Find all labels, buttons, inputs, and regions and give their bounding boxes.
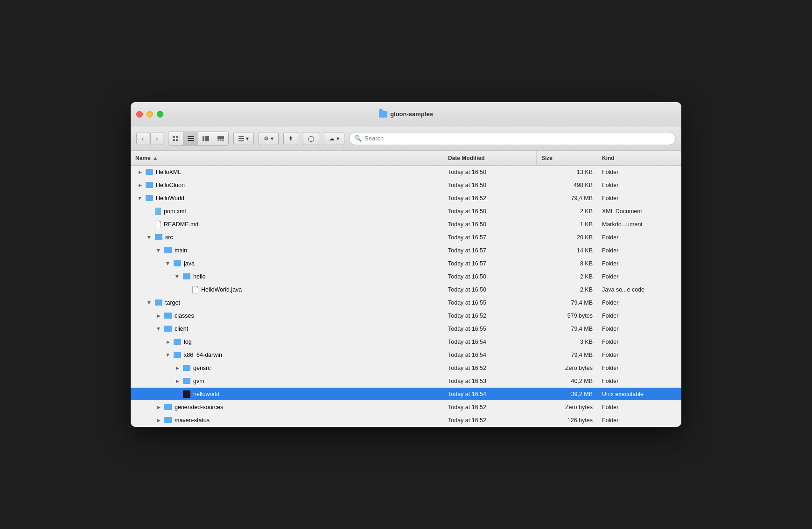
traffic-lights [136,111,163,118]
disclosure-arrow[interactable]: ▶ [175,378,180,384]
action-button[interactable]: ⚙ ▾ [259,132,279,145]
file-kind: Folder [597,247,681,254]
file-name-cell: ▶target [131,299,443,306]
list-view-button[interactable] [183,132,198,145]
file-icon [155,221,161,228]
svg-rect-10 [217,136,224,139]
table-row[interactable]: ▶maven-statusToday at 16:52126 bytesFold… [131,414,681,427]
file-name: src [165,234,173,241]
table-row[interactable]: ▶logToday at 16:543 KBFolder [131,335,681,348]
kind-column-header[interactable]: Kind [597,151,681,165]
maximize-button[interactable] [157,111,163,118]
disclosure-arrow[interactable]: ▶ [165,261,171,266]
name-column-header[interactable]: Name ▲ [131,151,443,165]
table-row[interactable]: ▶srcToday at 16:5720 KBFolder [131,231,681,244]
file-kind: Java so...e code [597,286,681,293]
file-size: 79,4 MB [537,299,597,306]
file-name-cell: ▶gvm [131,378,443,384]
file-name-cell: ▶maven-status [131,417,443,424]
toolbar: ‹ › [131,126,681,151]
disclosure-arrow[interactable]: ▶ [147,235,152,240]
file-date: Today at 16:55 [443,326,537,332]
file-kind: Folder [597,313,681,319]
svg-rect-13 [222,140,224,141]
forward-button[interactable]: › [150,132,163,145]
column-view-button[interactable] [198,132,213,145]
disclosure-arrow[interactable]: ▶ [137,182,143,188]
table-row[interactable]: ▶javaToday at 16:578 KBFolder [131,257,681,270]
disclosure-arrow [175,391,180,397]
gallery-view-button[interactable] [213,132,228,145]
search-input[interactable] [364,135,671,142]
disclosure-arrow[interactable]: ▶ [165,352,171,358]
disclosure-arrow[interactable]: ▶ [156,404,161,410]
file-kind: Markdo...ument [597,221,681,228]
table-row[interactable]: helloworldToday at 16:5439,2 MBUnix exec… [131,388,681,401]
file-size: 39,2 MB [537,391,597,397]
title-folder-icon [379,111,387,118]
file-name-cell: ▶generated-sources [131,404,443,411]
close-button[interactable] [136,111,143,118]
table-row[interactable]: ▶gensrcToday at 16:52Zero bytesFolder [131,362,681,375]
list-view-icon [188,136,194,141]
date-column-header[interactable]: Date Modified [443,151,537,165]
tag-button[interactable]: ◯ [303,132,319,145]
file-size: Zero bytes [537,404,597,411]
minimize-button[interactable] [147,111,153,118]
table-row[interactable]: ▶helloToday at 16:502 KBFolder [131,270,681,283]
file-name-cell: ▶src [131,234,443,241]
table-row[interactable]: ▶HelloXMLToday at 16:5013 KBFolder [131,166,681,179]
back-button[interactable]: ‹ [136,132,149,145]
table-row[interactable]: pom.xmlToday at 16:502 KBXML Document [131,205,681,218]
disclosure-arrow[interactable]: ▶ [156,248,161,253]
folder-icon [164,404,172,410]
dropbox-button[interactable]: ☁ ▾ [324,132,344,145]
table-row[interactable]: ▶x86_64-darwinToday at 16:5479,4 MBFolde… [131,348,681,362]
disclosure-arrow[interactable]: ▶ [137,195,143,201]
table-row[interactable]: ▶HelloWorldToday at 16:5279,4 MBFolder [131,192,681,205]
table-row[interactable]: ▶mainToday at 16:5714 KBFolder [131,244,681,257]
svg-rect-3 [176,139,178,141]
folder-icon [183,365,190,371]
share-button[interactable]: ⬆ [283,132,298,145]
table-row[interactable]: ▶gvmToday at 16:5340,2 MBFolder [131,375,681,388]
file-size: 1 KB [537,221,597,228]
file-kind: Folder [597,169,681,175]
file-date: Today at 16:52 [443,417,537,424]
table-row[interactable]: ▶clientToday at 16:5579,4 MBFolder [131,322,681,335]
table-row[interactable]: HelloWorld.javaToday at 16:502 KBJava so… [131,283,681,296]
file-date: Today at 16:50 [443,208,537,215]
file-name: pom.xml [164,208,186,215]
svg-rect-15 [238,138,244,139]
icon-view-button[interactable] [168,132,183,145]
disclosure-arrow[interactable]: ▶ [156,326,161,332]
disclosure-arrow[interactable]: ▶ [137,169,143,175]
table-row[interactable]: ▶classesToday at 16:52579 bytesFolder [131,309,681,322]
svg-rect-4 [188,136,194,137]
file-name: java [184,260,195,267]
file-name: hello [193,273,205,280]
disclosure-arrow[interactable]: ▶ [147,300,152,306]
disclosure-arrow[interactable]: ▶ [156,313,161,319]
svg-rect-14 [238,136,244,137]
table-row[interactable]: ▶generated-sourcesToday at 16:52Zero byt… [131,401,681,414]
file-kind: Folder [597,326,681,332]
disclosure-arrow[interactable]: ▶ [175,365,180,371]
table-row[interactable]: ▶targetToday at 16:5579,4 MBFolder [131,296,681,309]
file-size: 126 bytes [537,417,597,424]
folder-icon [164,247,172,253]
disclosure-arrow[interactable]: ▶ [175,274,180,279]
folder-icon [164,326,172,332]
table-row[interactable]: ▶HelloGluonToday at 16:50498 KBFolder [131,179,681,192]
size-column-header[interactable]: Size [537,151,597,165]
file-icon [192,286,198,293]
folder-icon [146,169,153,175]
table-row[interactable]: README.mdToday at 16:501 KBMarkdo...umen… [131,218,681,231]
search-bar[interactable]: 🔍 [349,132,676,145]
arrange-icon [238,136,244,141]
disclosure-arrow[interactable]: ▶ [165,339,171,345]
arrange-button[interactable]: ▾ [233,132,254,145]
file-date: Today at 16:50 [443,273,537,280]
disclosure-arrow[interactable]: ▶ [156,418,161,423]
folder-icon [164,313,172,319]
